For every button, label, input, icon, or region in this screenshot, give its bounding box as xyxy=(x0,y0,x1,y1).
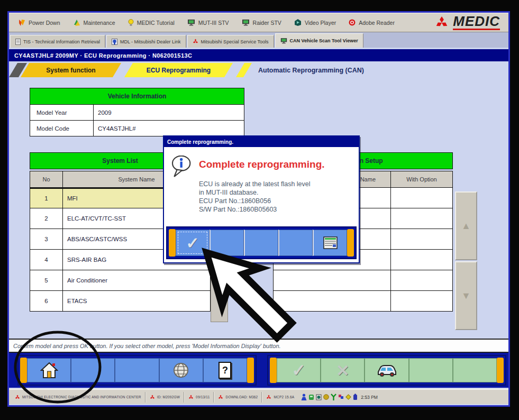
taskbar-segment-download: DOWNLOAD: M362 xyxy=(214,392,262,403)
tab-label: TIS - Technical Information Retrieval xyxy=(23,39,100,44)
model-year-label: Model Year xyxy=(30,105,94,120)
row-no: 2 xyxy=(30,208,63,229)
dialog-message-line: in MUT-III database. xyxy=(199,188,311,197)
info-balloon-icon xyxy=(171,156,193,179)
tray-user-icon[interactable] xyxy=(301,394,307,400)
check-icon: ✓ xyxy=(186,234,199,252)
launcher-item-maintenance[interactable]: Maintenance xyxy=(69,17,122,28)
tab-system-function[interactable]: System function xyxy=(21,63,121,77)
breadcrumb: System function ECU Reprogramming Automa… xyxy=(9,61,508,79)
row-no: 5 xyxy=(30,270,63,290)
blank-button[interactable] xyxy=(453,358,497,382)
dialog-button-bar: ✓ xyxy=(166,226,357,259)
tab-label: MDL - Mitsubishi Dealer Link xyxy=(120,39,181,44)
launcher-item-mut3-stv[interactable]: MUT-III STV xyxy=(183,17,235,28)
check-icon: ✓ xyxy=(292,360,306,380)
dialog-ecu-part-no: ECU Part No.:1860B056 xyxy=(199,197,311,205)
table-row: Model Year 2009 xyxy=(30,105,244,121)
launcher-item-label: Maintenance xyxy=(84,20,115,26)
can-viewer-monitor-icon xyxy=(280,38,287,44)
button-bar-cap-right xyxy=(497,358,504,383)
dialog-blank-button[interactable] xyxy=(278,230,313,256)
tray-battery-icon[interactable] xyxy=(353,394,358,400)
launcher-item-adobe-reader[interactable]: Adobe Reader xyxy=(344,17,401,28)
tis-doc-icon xyxy=(15,39,21,45)
ok-button[interactable]: ✓ xyxy=(277,358,321,382)
breadcrumb-slash xyxy=(236,63,252,77)
scroll-up-icon: ▲ xyxy=(461,221,471,232)
button-bar-cap-left xyxy=(169,229,176,257)
taskbar-segment-mcp: MCP2 15.6A xyxy=(262,392,298,403)
tray-coin-icon[interactable] xyxy=(323,394,329,400)
special-function-button[interactable] xyxy=(159,358,203,382)
scroll-down-button[interactable]: ▼ xyxy=(455,261,477,330)
page-title: Automatic Reprogramming (CAN) xyxy=(258,67,364,74)
tray-diamond-icon[interactable] xyxy=(345,394,351,400)
table-row-etacs[interactable]: 6 ETACS xyxy=(30,291,211,312)
tab-label: ECU Reprogramming xyxy=(147,67,211,74)
taskbar-clock: 2:53 PM xyxy=(361,395,378,400)
dialog-blank-button[interactable] xyxy=(210,230,244,256)
action-button-bar: ✓ ✕ xyxy=(267,355,506,386)
launcher-item-label: Power Down xyxy=(29,20,60,26)
tutorial-bulb-icon xyxy=(128,19,134,26)
dialog-title-text: Complete reprogramming. xyxy=(167,139,233,145)
system-tray xyxy=(301,394,358,400)
cancel-button[interactable]: ✕ xyxy=(321,358,365,382)
button-bar-cap-left xyxy=(270,358,277,383)
session-title-text: CY4ASTJHL# 2009MY · ECU Reprogramming · … xyxy=(14,52,192,59)
home-icon xyxy=(40,362,58,379)
row-no: 3 xyxy=(30,229,63,249)
table-row-aircon[interactable]: 5 Air Conditioner xyxy=(30,270,211,291)
blank-button[interactable] xyxy=(71,358,115,382)
tab-ecu-reprogramming[interactable]: ECU Reprogramming xyxy=(124,63,233,77)
launcher-item-raider-stv[interactable]: Raider STV xyxy=(238,17,288,28)
mitsubishi-diamond-icon xyxy=(266,395,271,400)
dialog-detail-list-button[interactable] xyxy=(313,230,347,256)
tray-flask-icon[interactable] xyxy=(316,394,322,400)
tab-mdl[interactable]: MDL - Mitsubishi Dealer Link xyxy=(106,35,186,48)
taskbar-text: 09/13/11 xyxy=(196,395,210,399)
taskbar-segment-date: 09/13/11 xyxy=(185,392,214,403)
blank-button[interactable] xyxy=(115,358,159,382)
mut3-monitor-icon xyxy=(187,19,195,26)
dialog-title-bar: Complete reprogramming. xyxy=(164,136,359,147)
vehicle-info-table: Vehicle Information Model Year 2009 Mode… xyxy=(30,88,244,136)
tray-flag-icon[interactable] xyxy=(338,394,344,400)
taskbar-segment-title: MITSUBISHI ELECTRONIC DIAGNOSTIC AND INF… xyxy=(11,392,146,403)
tab-special-service-tools[interactable]: Mitsubishi Special Service Tools xyxy=(187,35,274,48)
x-icon: ✕ xyxy=(336,361,349,380)
dialog-blank-button[interactable] xyxy=(244,230,278,256)
row-system-name: Air Conditioner xyxy=(63,270,210,290)
launcher-item-label: MUT-III STV xyxy=(198,20,229,26)
tab-label: Mitsubishi Special Service Tools xyxy=(201,39,269,44)
scroll-up-button[interactable]: ▲ xyxy=(455,191,477,260)
tab-tis[interactable]: TIS - Technical Information Retrieval xyxy=(10,35,105,48)
vehicle-info-header: Vehicle Information xyxy=(30,88,244,105)
button-bar-cap-right xyxy=(247,358,254,383)
vehicle-button[interactable] xyxy=(365,358,408,382)
taskbar-text: MITSUBISHI ELECTRONIC DIAGNOSTIC AND INF… xyxy=(22,395,141,399)
tab-can-scan-tool-viewer[interactable]: CAN Vehicle Scan Tool Viewer xyxy=(275,33,363,48)
tray-antenna-icon[interactable] xyxy=(331,394,336,400)
launcher-item-label: Raider STV xyxy=(253,20,281,26)
taskbar: MITSUBISHI ELECTRONIC DIAGNOSTIC AND INF… xyxy=(9,389,508,404)
home-button[interactable] xyxy=(27,358,71,382)
taskbar-text: MCP2 15.6A xyxy=(274,395,294,399)
model-code-label: Model Code xyxy=(30,121,94,136)
navigation-button-bar: ? xyxy=(17,355,257,386)
dialog-ok-button[interactable]: ✓ xyxy=(176,230,210,256)
row-no: 1 xyxy=(30,189,63,208)
tray-green-icon[interactable] xyxy=(308,394,314,400)
help-button[interactable]: ? xyxy=(203,358,247,382)
launcher-item-label: Video Player xyxy=(305,20,336,26)
blank-button[interactable] xyxy=(409,358,453,382)
dialog-body: Complete reprogramming. ECU is already a… xyxy=(164,147,359,225)
launcher-item-video-player[interactable]: Video Player xyxy=(290,17,342,28)
mitsubishi-diamond-icon xyxy=(15,395,20,400)
column-header-no: No xyxy=(30,171,63,187)
launcher-item-power-down[interactable]: Power Down xyxy=(14,17,67,28)
mitsubishi-diamond-icon xyxy=(218,395,223,400)
dialog-sw-part-no: S/W Part No.:1860B05603 xyxy=(199,205,311,214)
launcher-item-medic-tutorial[interactable]: MEDIC Tutorial xyxy=(124,17,181,28)
